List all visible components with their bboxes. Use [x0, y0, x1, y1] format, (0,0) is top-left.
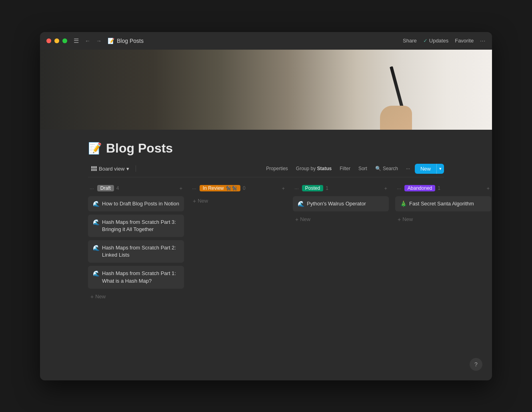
column-abandoned-badge: Abandoned: [404, 185, 435, 191]
toolbar: Board view ▾ Properties Group by Status …: [88, 164, 444, 177]
page-main-icon: 📝: [88, 142, 102, 155]
add-new-draft-button[interactable]: + New: [88, 292, 184, 301]
search-button[interactable]: 🔍 Search: [372, 164, 401, 173]
sort-button[interactable]: Sort: [355, 164, 370, 173]
column-in-review: ··· In Review 🐈‍⬛🐈‍⬛ 0 + + New: [190, 185, 286, 206]
add-new-abandoned-label: New: [402, 216, 413, 222]
maximize-button[interactable]: [62, 38, 67, 43]
column-draft-more-button[interactable]: ···: [88, 185, 96, 192]
card-title-2: Hash Maps from Scratch Part 3: Bringing …: [102, 219, 179, 233]
column-header-abandoned: ··· Abandoned 1 +: [395, 185, 491, 192]
page-title-small: Blog Posts: [117, 38, 144, 44]
page-main-title: Blog Posts: [106, 141, 173, 156]
add-new-in-review-button[interactable]: + New: [190, 196, 286, 206]
share-button[interactable]: Share: [403, 38, 417, 44]
new-item-dropdown-button[interactable]: ▾: [436, 164, 444, 174]
column-posted-badge: Posted: [302, 185, 323, 191]
add-icon-in-review: +: [193, 198, 196, 204]
navigation-buttons: ← →: [83, 37, 104, 45]
app-window: ☰ ← → 📝 Blog Posts Share ✓ Updates Favor…: [40, 32, 492, 380]
search-icon: 🔍: [375, 166, 381, 171]
updates-button[interactable]: ✓ Updates: [423, 38, 448, 44]
group-by-label: Group by Status: [296, 166, 332, 171]
column-in-review-badge: In Review 🐈‍⬛🐈‍⬛: [200, 185, 240, 191]
card-title-3: Hash Maps from Scratch Part 2: Linked Li…: [102, 244, 179, 259]
card-icon-2: 🌊: [93, 219, 100, 225]
forward-button[interactable]: →: [94, 37, 104, 45]
column-draft-count: 4: [116, 185, 119, 191]
properties-label: Properties: [266, 166, 288, 171]
card-icon-1: 🌊: [93, 201, 100, 207]
column-draft-add-button[interactable]: +: [178, 185, 184, 192]
card-draft-1[interactable]: 🌊 How to Draft Blog Posts in Notion: [88, 196, 184, 211]
column-abandoned: ··· Abandoned 1 + 🎄 Fast Secret Santa Al…: [395, 185, 491, 224]
column-draft: ··· Draft 4 + 🌊 How to Draft Blog Posts …: [88, 185, 184, 301]
board-view-button[interactable]: Board view ▾: [88, 164, 132, 173]
column-posted-more-button[interactable]: ···: [293, 185, 300, 192]
favorite-button[interactable]: Favorite: [455, 38, 474, 44]
board-view-chevron: ▾: [126, 166, 129, 172]
card-icon-4: 🌊: [93, 270, 100, 277]
column-abandoned-count: 1: [438, 185, 440, 191]
card-posted-1[interactable]: 🌊 Python's Walrus Operator: [293, 196, 389, 211]
properties-button[interactable]: Properties: [263, 164, 291, 173]
board: ··· Draft 4 + 🌊 How to Draft Blog Posts …: [88, 185, 444, 318]
column-posted-add-button[interactable]: +: [382, 185, 389, 192]
card-title-1: How to Draft Blog Posts in Notion: [102, 200, 179, 207]
minimize-button[interactable]: [54, 38, 59, 43]
add-new-posted-button[interactable]: + New: [293, 215, 389, 224]
add-icon-posted: +: [295, 216, 298, 223]
add-new-in-review-label: New: [198, 198, 208, 204]
card-icon-posted-1: 🌊: [298, 201, 304, 207]
close-button[interactable]: [46, 38, 51, 43]
column-posted: ··· Posted 1 + 🌊 Python's Walrus Operato…: [293, 185, 389, 224]
board-view-icon: [91, 166, 97, 171]
group-by-button[interactable]: Group by Status: [293, 164, 335, 173]
hero-image: [40, 50, 492, 130]
column-header-in-review: ··· In Review 🐈‍⬛🐈‍⬛ 0 +: [190, 185, 286, 192]
column-abandoned-add-button[interactable]: +: [485, 185, 491, 192]
new-item-button[interactable]: New: [415, 164, 436, 174]
add-new-draft-label: New: [95, 293, 106, 299]
help-button[interactable]: ?: [470, 358, 482, 371]
page-title-indicator: 📝 Blog Posts: [108, 38, 144, 44]
card-title-abandoned-1: Fast Secret Santa Algorithm: [409, 200, 474, 207]
column-in-review-add-button[interactable]: +: [280, 185, 286, 192]
card-draft-2[interactable]: 🌊 Hash Maps from Scratch Part 3: Bringin…: [88, 215, 184, 237]
card-title-4: Hash Maps from Scratch Part 1: What is a…: [102, 270, 179, 284]
add-new-posted-label: New: [300, 216, 310, 222]
check-icon: ✓: [423, 38, 428, 44]
column-abandoned-more-button[interactable]: ···: [395, 185, 403, 192]
add-icon-abandoned: +: [398, 216, 401, 223]
more-options-button[interactable]: ···: [480, 38, 486, 44]
more-toolbar-button[interactable]: ···: [403, 164, 413, 173]
card-draft-4[interactable]: 🌊 Hash Maps from Scratch Part 1: What is…: [88, 266, 184, 288]
card-title-posted-1: Python's Walrus Operator: [307, 200, 366, 207]
titlebar: ☰ ← → 📝 Blog Posts Share ✓ Updates Favor…: [40, 32, 492, 50]
page-content: 📝 Blog Posts Board view ▾ Properti: [40, 130, 492, 318]
hamburger-menu-icon[interactable]: ☰: [74, 37, 79, 44]
column-draft-badge: Draft: [97, 185, 114, 191]
add-new-abandoned-button[interactable]: + New: [395, 215, 491, 224]
card-abandoned-1[interactable]: 🎄 Fast Secret Santa Algorithm: [395, 196, 491, 211]
titlebar-actions: Share ✓ Updates Favorite ···: [403, 38, 486, 44]
filter-button[interactable]: Filter: [336, 164, 354, 173]
board-view-label: Board view: [99, 166, 124, 172]
back-button[interactable]: ←: [83, 37, 92, 45]
column-in-review-more-button[interactable]: ···: [190, 185, 198, 192]
column-in-review-count: 0: [243, 185, 246, 191]
column-posted-count: 1: [326, 185, 328, 191]
page-icon-small: 📝: [108, 38, 114, 44]
column-header-draft: ··· Draft 4 +: [88, 185, 184, 192]
card-draft-3[interactable]: 🌊 Hash Maps from Scratch Part 2: Linked …: [88, 240, 184, 263]
page-title-row: 📝 Blog Posts: [88, 130, 444, 164]
card-icon-3: 🌊: [93, 245, 100, 251]
new-button-group: New ▾: [415, 164, 444, 174]
hand-decoration: [380, 106, 412, 130]
card-icon-abandoned-1: 🎄: [400, 201, 407, 207]
add-icon-draft: +: [90, 293, 94, 300]
traffic-lights: [46, 38, 67, 43]
column-header-posted: ··· Posted 1 +: [293, 185, 389, 192]
toolbar-divider: [136, 165, 136, 172]
